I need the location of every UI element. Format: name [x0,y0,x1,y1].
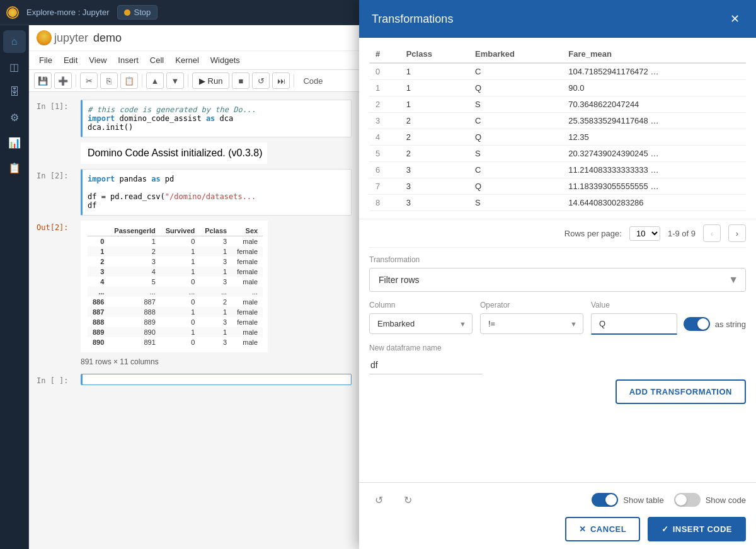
copy-button[interactable]: ⎘ [100,72,118,89]
col-pclass: Pclass [400,45,469,63]
df-col-header-idx [88,226,109,236]
new-df-section: New dataframe name [369,344,746,374]
rows-per-page-label: Rows per page: [564,229,622,238]
page-info: 1-9 of 9 [668,229,696,238]
show-code-toggle-group: Show code [674,493,746,507]
notebook-name[interactable]: demo [93,32,122,45]
table-row: 52S20.327439024390245 … [369,146,746,162]
stop-button[interactable]: Stop [117,5,158,20]
sidebar-item-settings[interactable]: ⚙ [3,106,26,129]
cell-2-output-label: Out[2]: [37,221,81,352]
jupyter-logo-circle [37,30,52,45]
cancel-button[interactable]: ✕ CANCEL [565,517,640,541]
cell-2-body[interactable]: import pandas as pd df = pd.read_csv("/d… [81,169,352,216]
cell-1-output-body: Domino Code Assist initialized. (v0.3.8) [81,142,267,164]
dataframe-table: PassengerId Survived Pclass Sex 0103male… [88,226,263,347]
action-buttons: ✕ CANCEL ✓ INSERT CODE [369,517,746,541]
sidebar-item-home[interactable]: ⌂ [3,30,26,53]
move-down-button[interactable]: ▼ [166,72,184,89]
prev-page-button[interactable]: ‹ [703,224,721,242]
menu-insert[interactable]: Insert [113,54,144,67]
as-string-toggle[interactable] [684,317,710,331]
insert-code-button[interactable]: ✓ INSERT CODE [648,517,746,541]
as-string-label: as string [715,320,746,329]
sidebar-item-files[interactable]: ◫ [3,55,26,78]
rows-per-page-select[interactable]: 10 25 50 [629,226,660,241]
toolbar-sep-4 [294,74,294,87]
column-col: Column Embarked Pclass Survived Sex Age … [369,301,472,335]
menu-cell[interactable]: Cell [145,54,169,67]
cell-1-body[interactable]: # this code is generated by the Do... im… [81,100,352,137]
show-code-knob [675,494,687,506]
notebook-toolbar: 💾 ➕ ✂ ⎘ 📋 ▲ ▼ ▶ Run ■ ↺ ⏭ Code [29,70,359,92]
notebook-title-bar: jupyter demo [29,25,359,51]
table-row: 32C25.358335294117648 … [369,113,746,129]
code-df-assign: df = pd.read_csv( [88,192,165,201]
show-table-toggle[interactable] [592,493,618,507]
panel-bottom: ↺ ↻ Show table Show code ✕ CANCEL [359,482,756,549]
add-cell-button[interactable]: ➕ [54,72,72,89]
sidebar-item-chart[interactable]: 📊 [3,131,26,154]
menu-edit[interactable]: Edit [59,54,83,67]
panel-header: Transformations ✕ [359,0,756,38]
stop-kernel-button[interactable]: ■ [232,72,249,89]
operator-select[interactable]: = != > < >= <= contains [480,313,583,334]
input-cell-body[interactable] [81,374,352,385]
move-up-button[interactable]: ▲ [146,72,164,89]
panel-table-header: # Pclass Embarked Fare_mean [369,45,746,63]
menu-file[interactable]: File [34,54,57,67]
menu-widgets[interactable]: Widgets [205,54,245,67]
new-df-input[interactable] [369,356,483,374]
cell-2-output-body: PassengerId Survived Pclass Sex 0103male… [81,221,268,352]
cell-2: In [2]: import pandas as pd df = pd.read… [37,169,352,216]
toggle-knob [697,318,709,330]
value-col: Value as string [591,301,746,335]
table-row: 83S14.64408300283286 [369,195,746,211]
sidebar-item-database[interactable]: 🗄 [3,81,26,103]
value-input[interactable] [591,313,677,335]
table-row: 11Q90.0 [369,80,746,96]
panel-title: Transformations [372,13,453,26]
column-select[interactable]: Embarked Pclass Survived Sex Age [369,313,472,334]
topbar-title: Explore-more : Jupyter [26,8,110,17]
run-button[interactable]: ▶ Run [192,72,229,89]
add-transformation-button[interactable]: ADD TRANSFORMATION [616,379,746,404]
cell-1-output-label [37,142,81,164]
code-alias: dca [215,114,233,123]
cut-button[interactable]: ✂ [80,72,98,89]
code-keyword-as: as [206,114,215,123]
jupyter-logo: jupyter [37,30,88,45]
undo-button[interactable]: ↺ [369,490,388,509]
value-label: Value [591,301,746,309]
df-col-pclass: Pclass [200,226,232,236]
transformation-select-wrap: Filter rows Sort rows Group by Rename co… [369,268,746,292]
code-keyword-as2: as [151,175,160,183]
next-page-button[interactable]: › [728,224,746,242]
col-embarked: Embarked [469,45,562,63]
panel-table-wrap: # Pclass Embarked Fare_mean 01C104.71852… [359,38,756,219]
notebook-area: jupyter demo File Edit View Insert Cell … [29,25,359,549]
cell-2-label: In [2]: [37,169,81,216]
save-button[interactable]: 💾 [34,72,52,89]
cell-1-output-text: Domino Code Assist initialized. (v0.3.8) [88,147,262,158]
sidebar-item-docs[interactable]: 📋 [3,156,26,179]
menu-kernel[interactable]: Kernel [170,54,204,67]
fast-forward-button[interactable]: ⏭ [272,72,290,89]
new-df-label: New dataframe name [369,344,746,352]
table-row: 73Q11.183393055555555 … [369,178,746,195]
paste-button[interactable]: 📋 [120,72,138,89]
transformation-select[interactable]: Filter rows Sort rows Group by Rename co… [369,268,746,292]
show-code-toggle[interactable] [674,493,701,507]
menu-view[interactable]: View [84,54,112,67]
close-button[interactable]: ✕ [726,10,743,28]
redo-button[interactable]: ↻ [398,490,417,509]
col-hash: # [369,45,400,63]
operator-col: Operator = != > < >= <= contains ▼ [480,301,583,335]
table-row: 89089103male [88,337,263,347]
code-keyword-import2: import [88,175,115,183]
input-cell: In [ ]: [37,374,352,385]
restart-kernel-button[interactable]: ↺ [252,72,270,89]
code-comment-1: # this code is generated by the Do... [88,105,256,114]
cell-1: In [1]: # this code is generated by the … [37,100,352,137]
sidebar: ⌂ ◫ 🗄 ⚙ 📊 📋 [0,25,29,549]
